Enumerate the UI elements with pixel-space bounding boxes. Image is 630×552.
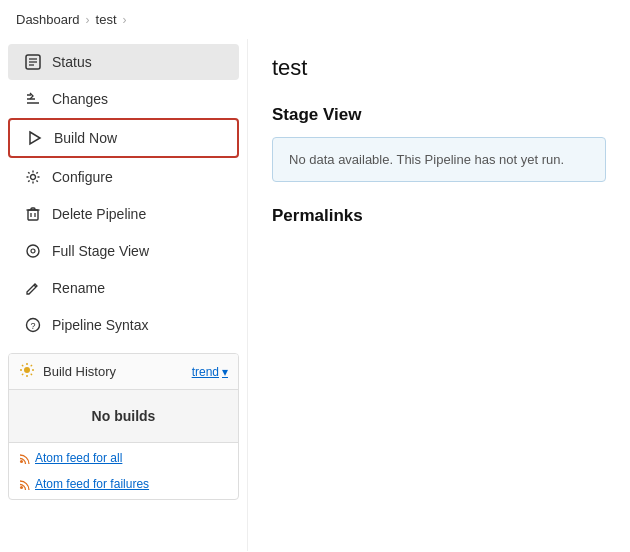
svg-point-25 — [20, 486, 23, 489]
sun-icon — [19, 362, 35, 381]
sidebar-item-pipeline-syntax[interactable]: ? Pipeline Syntax — [8, 307, 239, 343]
rss-icon-all — [19, 452, 31, 464]
svg-line-22 — [31, 365, 32, 366]
chevron-down-icon: ▾ — [222, 365, 228, 379]
sidebar-item-changes[interactable]: Changes — [8, 81, 239, 117]
svg-point-5 — [31, 175, 36, 180]
sidebar-item-changes-label: Changes — [52, 91, 108, 107]
build-history-header: Build History trend ▾ — [9, 354, 238, 389]
sidebar-item-rename[interactable]: Rename — [8, 270, 239, 306]
sidebar-item-status-label: Status — [52, 54, 92, 70]
sidebar-item-delete-pipeline[interactable]: Delete Pipeline — [8, 196, 239, 232]
svg-line-20 — [22, 365, 23, 366]
sidebar-item-configure[interactable]: Configure — [8, 159, 239, 195]
build-history-panel: Build History trend ▾ No builds Atom — [8, 353, 239, 500]
breadcrumb: Dashboard › test › — [0, 0, 630, 39]
pipeline-syntax-icon: ? — [24, 316, 42, 334]
stage-view-box: No data available. This Pipeline has not… — [272, 137, 606, 182]
atom-feed-failures-label: Atom feed for failures — [35, 477, 149, 491]
svg-point-24 — [20, 460, 23, 463]
sidebar-item-build-now-label: Build Now — [54, 130, 117, 146]
build-history-title: Build History — [43, 364, 116, 379]
sidebar: Status Changes Build Now — [0, 39, 248, 551]
status-icon — [24, 53, 42, 71]
atom-feed-failures[interactable]: Atom feed for failures — [19, 477, 149, 491]
full-stage-view-icon — [24, 242, 42, 260]
build-history-header-left: Build History — [19, 362, 116, 381]
svg-point-11 — [31, 249, 35, 253]
changes-icon — [24, 90, 42, 108]
trend-link[interactable]: trend ▾ — [192, 365, 228, 379]
stage-view-section: Stage View No data available. This Pipel… — [272, 105, 606, 182]
breadcrumb-dashboard[interactable]: Dashboard — [16, 12, 80, 27]
stage-view-no-data: No data available. This Pipeline has not… — [289, 152, 564, 167]
permalinks-section: Permalinks — [272, 206, 606, 226]
sidebar-item-full-stage-view[interactable]: Full Stage View — [8, 233, 239, 269]
svg-text:?: ? — [30, 321, 35, 331]
delete-icon — [24, 205, 42, 223]
breadcrumb-test[interactable]: test — [96, 12, 117, 27]
no-builds-box: No builds — [9, 389, 238, 442]
stage-view-title: Stage View — [272, 105, 606, 125]
main-layout: Status Changes Build Now — [0, 39, 630, 551]
svg-point-15 — [24, 367, 30, 373]
svg-rect-6 — [28, 210, 38, 220]
sidebar-item-status[interactable]: Status — [8, 44, 239, 80]
atom-feed-all[interactable]: Atom feed for all — [19, 451, 122, 465]
sidebar-item-configure-label: Configure — [52, 169, 113, 185]
atom-feed-all-label: Atom feed for all — [35, 451, 122, 465]
build-now-icon — [26, 129, 44, 147]
rss-icon-failures — [19, 478, 31, 490]
permalinks-title: Permalinks — [272, 206, 606, 226]
svg-point-10 — [27, 245, 39, 257]
breadcrumb-sep-1: › — [86, 13, 90, 27]
svg-line-23 — [22, 374, 23, 375]
no-builds-label: No builds — [92, 408, 156, 424]
svg-marker-4 — [30, 132, 40, 144]
sidebar-item-rename-label: Rename — [52, 280, 105, 296]
sidebar-item-full-stage-view-label: Full Stage View — [52, 243, 149, 259]
page-title: test — [272, 55, 606, 81]
sidebar-item-pipeline-syntax-label: Pipeline Syntax — [52, 317, 149, 333]
configure-icon — [24, 168, 42, 186]
trend-label: trend — [192, 365, 219, 379]
svg-line-21 — [31, 374, 32, 375]
main-content: test Stage View No data available. This … — [248, 39, 630, 551]
breadcrumb-sep-2: › — [123, 13, 127, 27]
sidebar-item-build-now[interactable]: Build Now — [8, 118, 239, 158]
sidebar-item-delete-pipeline-label: Delete Pipeline — [52, 206, 146, 222]
build-history-footer: Atom feed for all Atom feed for failures — [9, 442, 238, 499]
rename-icon — [24, 279, 42, 297]
